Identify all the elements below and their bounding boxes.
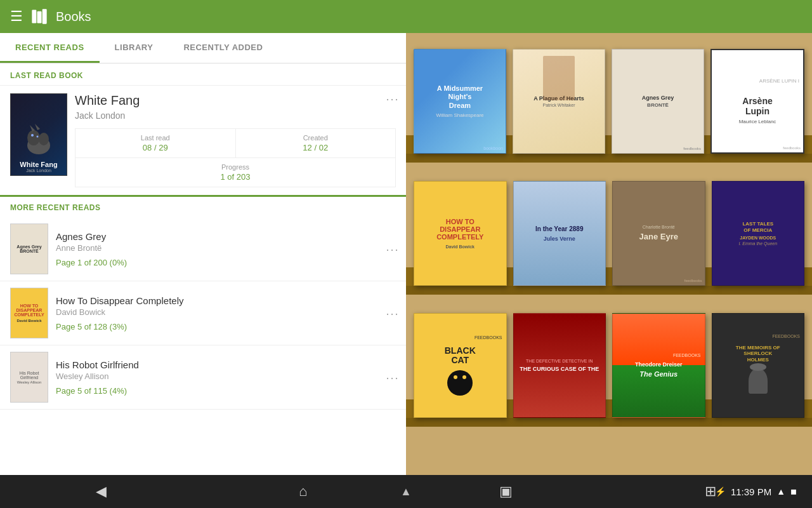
last-read-top: White Fang Jack London ⋮ bbox=[75, 93, 396, 121]
status-time: 11:39 PM bbox=[731, 486, 771, 497]
left-panel: Recent Reads Library Recently Added LAST… bbox=[0, 33, 406, 508]
book-agnes-shelf[interactable]: Agnes GreyBRONTË feedbooks bbox=[612, 49, 704, 154]
agnes-info: Agnes Grey Anne Brontë Page 1 of 200 (0%… bbox=[56, 231, 382, 267]
progress-value: 1 of 203 bbox=[83, 172, 388, 182]
meta-created: Created 12 / 02 bbox=[236, 129, 396, 157]
disappear-author: David Bowick bbox=[56, 307, 382, 317]
shelf-row-3: FEEDBOOKS BLACKCAT THE DEFECTIVE DETECTI… bbox=[406, 297, 812, 418]
last-read-menu-button[interactable]: ⋮ bbox=[390, 93, 396, 104]
tab-recent-reads[interactable]: Recent Reads bbox=[0, 33, 100, 63]
robot-menu-button[interactable]: ⋮ bbox=[390, 372, 396, 382]
shelf-divider-1 bbox=[406, 154, 812, 163]
disappear-menu-button[interactable]: ⋮ bbox=[390, 308, 396, 318]
last-read-book-card[interactable]: White Fang Jack London White Fang Jack L… bbox=[0, 86, 406, 195]
disappear-progress: Page 5 of 128 (3%) bbox=[56, 322, 382, 331]
signal-icon: ◼ bbox=[790, 487, 797, 496]
book-verne[interactable]: In the Year 2889 Jules Verne bbox=[513, 181, 606, 286]
book-dreiser[interactable]: FEEDBOOKS Theodore Dreiser The Genius bbox=[612, 313, 705, 418]
created-value: 12 / 02 bbox=[244, 143, 388, 152]
recent-item-agnes[interactable]: Agnes GreyBRONTË Agnes Grey Anne Brontë … bbox=[0, 217, 406, 281]
book-title: White Fang bbox=[75, 93, 140, 108]
disappear-info: How To Disappear Completely David Bowick… bbox=[56, 295, 382, 331]
svg-point-9 bbox=[37, 135, 39, 137]
book-defective[interactable]: THE DEFECTIVE DETECTIVE IN THE CURIOUS C… bbox=[513, 313, 606, 418]
tab-bar: Recent Reads Library Recently Added bbox=[0, 33, 406, 64]
meta-row-dates: Last read 08 / 29 Created 12 / 02 bbox=[75, 129, 395, 158]
progress-label: Progress bbox=[83, 163, 388, 171]
menu-icon[interactable]: ☰ bbox=[10, 8, 23, 25]
robot-author: Wesley Allison bbox=[56, 371, 382, 381]
svg-point-5 bbox=[39, 133, 49, 145]
main-container: Recent Reads Library Recently Added LAST… bbox=[0, 33, 812, 508]
more-recent-section-header: MORE RECENT READS bbox=[0, 195, 406, 217]
app-logo bbox=[30, 8, 48, 25]
usb-icon: ⚡ bbox=[715, 486, 726, 497]
shelf-divider-3 bbox=[406, 418, 812, 427]
robot-cover: His RobotGirlfriendWesley Allison bbox=[10, 352, 48, 403]
meta-row-progress: Progress 1 of 203 bbox=[75, 158, 395, 187]
disappear-title: How To Disappear Completely bbox=[56, 295, 382, 306]
agnes-author: Anne Brontë bbox=[56, 243, 382, 253]
svg-marker-6 bbox=[30, 125, 35, 131]
wifi-icon: ▲ bbox=[776, 486, 785, 497]
meta-last-read: Last read 08 / 29 bbox=[75, 129, 236, 157]
agnes-progress: Page 1 of 200 (0%) bbox=[56, 258, 382, 267]
book-lasttales[interactable]: LAST TALESOF MERCIA JAYDEN WOODS I. Emma… bbox=[712, 181, 805, 286]
svg-point-4 bbox=[27, 130, 40, 145]
shelf-row-1-wrapper: A MidsummerNight'sDream William Shakespe… bbox=[406, 33, 812, 163]
svg-rect-1 bbox=[37, 11, 42, 23]
status-area: ⚡ 11:39 PM ▲ ◼ bbox=[715, 486, 797, 497]
top-bar: ☰ Books bbox=[0, 0, 812, 33]
agnes-title: Agnes Grey bbox=[56, 231, 382, 242]
svg-point-8 bbox=[31, 134, 34, 137]
wf-title: White Fang bbox=[20, 161, 57, 168]
shelf-row-3-wrapper: FEEDBOOKS BLACKCAT THE DEFECTIVE DETECTI… bbox=[406, 297, 812, 427]
book-plague[interactable]: A Plague of Hearts Patrick Whitaker bbox=[513, 49, 605, 154]
meta-progress: Progress 1 of 203 bbox=[75, 158, 395, 187]
last-read-details: White Fang Jack London ⋮ Last read 08 / … bbox=[75, 93, 396, 187]
recent-apps-button[interactable]: ▣ bbox=[499, 483, 513, 500]
recent-item-disappear[interactable]: HOW TODISAPPEARCOMPLETELY David Bowick H… bbox=[0, 281, 406, 345]
scroll-up-button[interactable]: ▲ bbox=[400, 485, 412, 498]
last-read-section-header: LAST READ BOOK bbox=[0, 64, 406, 86]
svg-marker-7 bbox=[35, 124, 40, 130]
robot-title: His Robot Girlfriend bbox=[56, 359, 382, 370]
book-sherlock[interactable]: FEEDBOOKS THE MEMOIRS OFSHERLOCKHOLMES bbox=[712, 313, 805, 418]
wf-author: Jack London bbox=[26, 168, 51, 173]
back-button[interactable]: ◀ bbox=[96, 483, 107, 500]
tab-library[interactable]: Library bbox=[100, 33, 169, 63]
shelf-row-1: A MidsummerNight'sDream William Shakespe… bbox=[406, 33, 812, 154]
book-arsene[interactable]: ARSÈNE LUPIN I ArsèneLupin Maurice Lebla… bbox=[710, 49, 804, 154]
whitefang-cover: White Fang Jack London bbox=[10, 93, 67, 176]
shelf-row-2: HOW TODISAPPEARCOMPLETELY David Bowick I… bbox=[406, 165, 812, 286]
shelf-row-2-wrapper: HOW TODISAPPEARCOMPLETELY David Bowick I… bbox=[406, 165, 812, 295]
books-icon bbox=[30, 8, 48, 25]
svg-rect-2 bbox=[43, 9, 47, 23]
bookshelf-panel: A MidsummerNight'sDream William Shakespe… bbox=[406, 33, 812, 508]
book-midsummer[interactable]: A MidsummerNight'sDream William Shakespe… bbox=[414, 49, 506, 154]
navigation-bar: ◀ ⌂ ▣ ⊞ ▲ ⚡ 11:39 PM ▲ ◼ bbox=[0, 475, 812, 508]
agnes-menu-button[interactable]: ⋮ bbox=[390, 244, 396, 254]
shelf-divider-2 bbox=[406, 286, 812, 295]
tab-recently-added[interactable]: Recently Added bbox=[168, 33, 278, 63]
robot-info: His Robot Girlfriend Wesley Allison Page… bbox=[56, 359, 382, 396]
svg-rect-0 bbox=[32, 10, 36, 23]
home-button[interactable]: ⌂ bbox=[299, 483, 307, 500]
book-blackcat[interactable]: FEEDBOOKS BLACKCAT bbox=[414, 313, 507, 418]
book-meta-table: Last read 08 / 29 Created 12 / 02 Progre… bbox=[75, 128, 396, 187]
created-label: Created bbox=[244, 134, 388, 142]
last-read-label: Last read bbox=[83, 134, 228, 142]
recent-item-robot[interactable]: His RobotGirlfriendWesley Allison His Ro… bbox=[0, 345, 406, 410]
disappear-cover: HOW TODISAPPEARCOMPLETELY David Bowick bbox=[10, 288, 48, 338]
robot-progress: Page 5 of 115 (4%) bbox=[56, 386, 382, 396]
book-janeeyre[interactable]: Charlotte Brontë Jane Eyre feedbooks bbox=[612, 181, 705, 286]
book-disappear-shelf[interactable]: HOW TODISAPPEARCOMPLETELY David Bowick bbox=[414, 181, 507, 286]
agnes-cover: Agnes GreyBRONTË bbox=[10, 224, 48, 274]
app-title: Books bbox=[56, 10, 91, 24]
wolf-illustration bbox=[20, 120, 58, 158]
last-read-value: 08 / 29 bbox=[83, 143, 228, 152]
book-author: Jack London bbox=[75, 110, 140, 121]
